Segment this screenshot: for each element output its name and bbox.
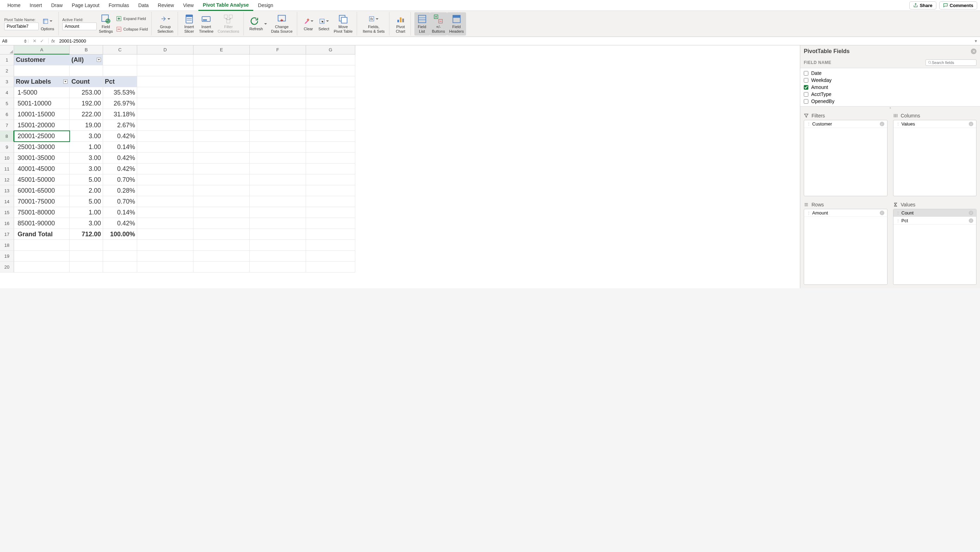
cell-F17[interactable]	[250, 229, 306, 240]
cell-D19[interactable]	[137, 251, 194, 262]
cell-G10[interactable]	[306, 152, 355, 163]
cell-G15[interactable]	[306, 207, 355, 218]
tab-draw[interactable]: Draw	[46, 0, 67, 10]
cell-A14[interactable]: 70001-75000	[14, 196, 70, 207]
cell-C7[interactable]: 2.67%	[103, 120, 137, 131]
cell-C15[interactable]: 0.14%	[103, 207, 137, 218]
field-settings-button[interactable]: Field Settings	[97, 12, 115, 35]
row-head-2[interactable]: 2	[0, 65, 14, 76]
rows-area[interactable]: ⋮ Amount i	[804, 209, 888, 285]
row-head-10[interactable]: 10	[0, 152, 14, 163]
cell-E16[interactable]	[194, 218, 250, 229]
cell-G17[interactable]	[306, 229, 355, 240]
cell-C11[interactable]: 0.42%	[103, 163, 137, 174]
cell-G14[interactable]	[306, 196, 355, 207]
cell-F10[interactable]	[250, 152, 306, 163]
insert-slicer-button[interactable]: Insert Slicer	[181, 12, 197, 35]
rowlabels-dropdown-icon[interactable]	[63, 79, 68, 84]
clear-button[interactable]: Clear	[301, 12, 316, 35]
cell-D5[interactable]	[137, 98, 194, 109]
cell-E20[interactable]	[194, 262, 250, 273]
cell-G20[interactable]	[306, 262, 355, 273]
cell-C5[interactable]: 26.97%	[103, 98, 137, 109]
cell-B1[interactable]: (All)	[70, 54, 103, 65]
field-checkbox-amount[interactable]	[804, 85, 808, 90]
cell-F1[interactable]	[250, 54, 306, 65]
cell-E3[interactable]	[194, 76, 250, 87]
cell-D1[interactable]	[137, 54, 194, 65]
active-field-input[interactable]	[62, 22, 97, 30]
cell-E12[interactable]	[194, 174, 250, 185]
cell-E1[interactable]	[194, 54, 250, 65]
group-selection-button[interactable]: Group Selection	[155, 12, 175, 35]
cell-F3[interactable]	[250, 76, 306, 87]
row-head-9[interactable]: 9	[0, 142, 14, 152]
accept-formula-icon[interactable]: ✓	[40, 38, 44, 44]
cell-A20[interactable]	[14, 262, 70, 273]
cell-E14[interactable]	[194, 196, 250, 207]
tab-formulas[interactable]: Formulas	[104, 0, 134, 10]
cell-E11[interactable]	[194, 163, 250, 174]
cell-F9[interactable]	[250, 142, 306, 152]
row-head-19[interactable]: 19	[0, 251, 14, 262]
cell-A12[interactable]: 45001-50000	[14, 174, 70, 185]
cell-A17[interactable]: Grand Total	[14, 229, 70, 240]
field-checkbox-accttype[interactable]	[804, 92, 808, 97]
col-head-A[interactable]: A	[14, 45, 70, 54]
info-icon[interactable]: i	[880, 211, 885, 215]
cell-D10[interactable]	[137, 152, 194, 163]
cell-D16[interactable]	[137, 218, 194, 229]
cell-A4[interactable]: 1-5000	[14, 87, 70, 98]
field-checkbox-date[interactable]	[804, 71, 808, 76]
row-head-16[interactable]: 16	[0, 218, 14, 229]
col-head-C[interactable]: C	[103, 45, 137, 54]
cell-F12[interactable]	[250, 174, 306, 185]
cell-B10[interactable]: 3.00	[70, 152, 103, 163]
cell-C12[interactable]: 0.70%	[103, 174, 137, 185]
cell-B15[interactable]: 1.00	[70, 207, 103, 218]
spreadsheet-grid[interactable]: ABCDEFG1Customer(All)23Row LabelsCountPc…	[0, 45, 800, 273]
cell-D2[interactable]	[137, 65, 194, 76]
cell-A7[interactable]: 15001-20000	[14, 120, 70, 131]
cell-F15[interactable]	[250, 207, 306, 218]
cell-B8[interactable]: 3.00	[70, 131, 103, 142]
row-head-20[interactable]: 20	[0, 262, 14, 273]
cell-G8[interactable]	[306, 131, 355, 142]
cell-C19[interactable]	[103, 251, 137, 262]
row-head-13[interactable]: 13	[0, 185, 14, 196]
row-head-17[interactable]: 17	[0, 229, 14, 240]
cell-G4[interactable]	[306, 87, 355, 98]
cell-C9[interactable]: 0.14%	[103, 142, 137, 152]
row-head-11[interactable]: 11	[0, 163, 14, 174]
tab-home[interactable]: Home	[3, 0, 25, 10]
cell-F11[interactable]	[250, 163, 306, 174]
search-fields-input[interactable]	[932, 60, 974, 65]
values-area[interactable]: ⋮ Count i ⋮ Pct i	[893, 209, 977, 285]
col-head-B[interactable]: B	[70, 45, 103, 54]
tab-page-layout[interactable]: Page Layout	[67, 0, 104, 10]
cell-C17[interactable]: 100.00%	[103, 229, 137, 240]
cell-F8[interactable]	[250, 131, 306, 142]
info-icon[interactable]: i	[969, 211, 973, 215]
cell-G1[interactable]	[306, 54, 355, 65]
cell-D13[interactable]	[137, 185, 194, 196]
cell-E2[interactable]	[194, 65, 250, 76]
cell-G7[interactable]	[306, 120, 355, 131]
filters-area[interactable]: ⋮ Customer i	[804, 120, 888, 196]
tab-view[interactable]: View	[179, 0, 198, 10]
field-item-openedby[interactable]: OpenedBy	[800, 98, 980, 105]
cell-F19[interactable]	[250, 251, 306, 262]
fx-icon[interactable]: fx	[49, 38, 58, 44]
cell-A15[interactable]: 75001-80000	[14, 207, 70, 218]
cell-D20[interactable]	[137, 262, 194, 273]
collapse-field-button[interactable]: Collapse Field	[115, 25, 150, 33]
cell-D12[interactable]	[137, 174, 194, 185]
cell-D6[interactable]	[137, 109, 194, 120]
name-box-down[interactable]	[24, 41, 27, 43]
expand-formula-bar-icon[interactable]: ▾	[972, 38, 980, 44]
cell-A3[interactable]: Row Labels	[14, 76, 70, 87]
cell-G3[interactable]	[306, 76, 355, 87]
cell-A8[interactable]: 20001-25000	[14, 131, 70, 142]
info-icon[interactable]: i	[880, 122, 885, 126]
cell-G12[interactable]	[306, 174, 355, 185]
